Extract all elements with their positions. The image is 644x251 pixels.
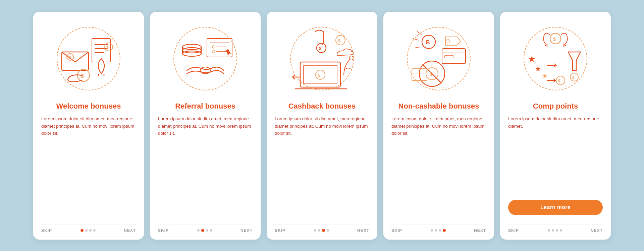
referral-skip[interactable]: SKIP <box>158 228 169 233</box>
welcome-bonuses-title: Welcome bonuses <box>56 102 121 111</box>
comp-skip[interactable]: SKIP <box>508 228 519 233</box>
referral-dots <box>197 229 212 232</box>
non-cashable-skip[interactable]: SKIP <box>391 228 402 233</box>
welcome-dots <box>80 229 96 232</box>
welcome-bonuses-body: Lorem ipsum dolor sit dim amet, mea regi… <box>41 115 136 218</box>
card-non-cashable-bonuses: B $ Non-cashab <box>383 12 494 240</box>
dot-2 <box>85 229 88 232</box>
cashback-bonuses-title: Cashback bonuses <box>288 102 356 111</box>
dot-2 <box>318 229 320 232</box>
non-cashable-bonuses-illustration: B $ <box>402 22 476 96</box>
cashback-skip[interactable]: SKIP <box>275 228 285 233</box>
welcome-skip[interactable]: SKIP <box>41 228 52 233</box>
dot-1 <box>197 229 200 232</box>
dot-2 <box>435 229 437 232</box>
learn-more-button[interactable]: Learn more <box>508 200 603 215</box>
welcome-bonuses-nav: SKIP NEXT <box>41 225 136 233</box>
welcome-next[interactable]: NEXT <box>124 228 136 233</box>
dot-3 <box>556 229 558 232</box>
dot-3 <box>439 229 441 232</box>
comp-dots <box>548 229 562 232</box>
dot-4 <box>560 229 562 232</box>
non-cashable-next[interactable]: NEXT <box>474 228 486 233</box>
card-referral-bonuses: Referral bonuses Lorem ipsum dolor sit d… <box>150 12 261 240</box>
dot-1 <box>314 229 316 232</box>
cards-container: $ $ $ Welcome bonuses <box>26 5 618 246</box>
dot-2 <box>201 229 204 232</box>
non-cashable-bonuses-title: Non-cashable bonuses <box>398 102 479 111</box>
dot-2 <box>552 229 554 232</box>
card-welcome-bonuses: $ $ $ Welcome bonuses <box>33 12 144 240</box>
card-cashback-bonuses: $ $ $ Cashback <box>267 12 377 240</box>
cashback-bonuses-nav: SKIP NEXT <box>275 225 369 233</box>
dot-4 <box>93 229 96 232</box>
cashback-next[interactable]: NEXT <box>357 228 369 233</box>
comp-points-nav: SKIP NEXT <box>508 225 603 233</box>
non-cashable-bonuses-body: Lorem ipsum dolor sit dim amet, mea regi… <box>391 115 486 218</box>
card-comp-points: $ $ ★ ★ ★ $ <box>500 12 611 240</box>
dot-1 <box>548 229 550 232</box>
dot-3 <box>89 229 92 232</box>
dot-4 <box>210 229 212 232</box>
welcome-bonuses-illustration: $ $ $ <box>52 22 125 96</box>
comp-next[interactable]: NEXT <box>591 228 603 233</box>
cashback-bonuses-body: Lorem ipsum dolor sit dim amet, mea regi… <box>275 115 369 218</box>
cashback-dots <box>314 229 329 232</box>
non-cashable-dots <box>431 229 446 232</box>
dot-3 <box>206 229 208 232</box>
dot-4 <box>443 229 446 232</box>
dot-1 <box>431 229 433 232</box>
referral-next[interactable]: NEXT <box>240 228 253 233</box>
referral-bonuses-nav: SKIP NEXT <box>158 225 253 233</box>
dot-3 <box>322 229 325 232</box>
comp-points-illustration: $ $ ★ ★ ★ $ <box>519 22 592 96</box>
referral-bonuses-body: Lorem ipsum dolor sit dim amet, mea regi… <box>158 115 253 218</box>
dot-1 <box>80 229 84 232</box>
dot-4 <box>327 229 329 232</box>
comp-points-title: Comp points <box>533 102 578 111</box>
comp-points-body: Lorem ipsum dolor sit dim amet, mea regi… <box>508 115 603 200</box>
cashback-bonuses-illustration: $ $ $ <box>285 22 359 96</box>
referral-bonuses-illustration <box>168 22 242 96</box>
referral-bonuses-title: Referral bonuses <box>175 102 235 111</box>
non-cashable-bonuses-nav: SKIP NEXT <box>391 225 486 233</box>
